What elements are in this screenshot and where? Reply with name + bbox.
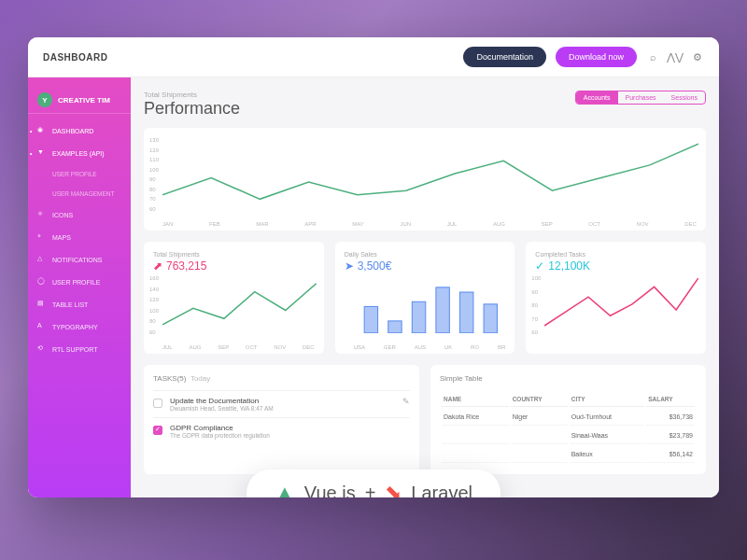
check-icon: ✓ — [535, 259, 544, 273]
trend-up-icon: ⬈ — [153, 259, 162, 273]
table-title: Simple Table — [440, 374, 697, 383]
sales-bars-icon — [354, 275, 508, 333]
svg-rect-0 — [364, 306, 377, 332]
task-title: Update the Documentation — [170, 397, 395, 405]
task-checkbox[interactable] — [153, 426, 162, 435]
sidebar-item-typography[interactable]: ATYPOGRAPHY — [28, 315, 131, 338]
documentation-button[interactable]: Documentation — [463, 47, 546, 67]
task-subtitle: The GDPR data protection regulation — [170, 432, 410, 439]
sidebar-item-table-list[interactable]: ▤TABLE LIST — [28, 293, 131, 315]
chart-title: Performance — [144, 99, 575, 119]
atom-icon: ⚛ — [37, 210, 47, 219]
svg-rect-1 — [388, 321, 401, 333]
tab-sessions[interactable]: Sessions — [664, 91, 705, 104]
shipments-value: 763,215 — [166, 259, 206, 273]
tasks-title: TASKS(5) — [153, 374, 186, 383]
shipments-card: Total Shipments ⬈763,215 160140120100806… — [144, 242, 324, 354]
page-title: DASHBOARD — [43, 52, 108, 63]
typography-icon: A — [37, 322, 47, 331]
download-button[interactable]: Download now — [556, 47, 637, 67]
sales-card: Daily Sales ➤3,500€ USAGERAUSUKROBR — [335, 242, 515, 354]
vue-logo-icon: ▲ — [275, 481, 295, 497]
user-icon: ◯ — [37, 277, 47, 287]
svg-rect-4 — [459, 292, 472, 333]
examples-icon: ▼ — [37, 148, 47, 158]
sidebar-item-user-profile[interactable]: ◯USER PROFILE — [28, 271, 131, 293]
activity-icon[interactable]: ⋀⋁ — [669, 50, 682, 63]
main-content: Total Shipments Performance Accounts Pur… — [131, 77, 719, 497]
settings-icon[interactable]: ⚙ — [691, 50, 704, 63]
laravel-label: Laravel — [411, 483, 472, 498]
sidebar: Y CREATIVE TIM ◉DASHBOARD ▼EXAMPLES (API… — [28, 77, 131, 497]
plus-label: + — [365, 483, 376, 498]
chart-subtitle: Total Shipments — [144, 91, 575, 99]
rtl-icon: ⟲ — [37, 344, 47, 354]
brand-logo-icon: Y — [37, 92, 52, 107]
topbar: DASHBOARD Documentation Download now ⌕ ⋀… — [28, 37, 719, 77]
tasks-line-icon — [544, 275, 698, 333]
bell-icon: △ — [37, 255, 47, 264]
sidebar-item-maps[interactable]: ⌖MAPS — [28, 226, 131, 248]
performance-chart: 13012011010090807060 JANFEBMARAPRMAYJUNJ… — [144, 128, 706, 231]
brand[interactable]: Y CREATIVE TIM — [28, 87, 131, 114]
sales-value: 3,500€ — [358, 259, 392, 273]
tasks-subtitle: Today — [190, 374, 210, 383]
pin-icon: ⌖ — [37, 232, 47, 242]
dashboard-icon: ◉ — [37, 126, 47, 135]
performance-line-icon — [162, 135, 698, 212]
sales-label: Daily Sales — [345, 251, 506, 258]
svg-rect-3 — [436, 287, 449, 333]
sidebar-item-rtl[interactable]: ⟲RTL SUPPORT — [28, 338, 131, 360]
simple-table: NAMECOUNTRYCITYSALARY Dakota RiceNigerOu… — [440, 390, 697, 465]
sidebar-item-dashboard[interactable]: ◉DASHBOARD — [28, 119, 131, 142]
sidebar-item-examples[interactable]: ▼EXAMPLES (API) — [28, 142, 131, 164]
send-icon: ➤ — [345, 259, 354, 273]
sidebar-item-user-management[interactable]: USER MANAGEMENT — [28, 184, 131, 203]
table-row[interactable]: Sinaai-Waas$23,789 — [442, 427, 695, 444]
tech-badge: ▲ Vue.js + ⬊ Laravel — [247, 469, 500, 497]
brand-label: CREATIVE TIM — [58, 96, 110, 105]
chart-tabs: Accounts Purchases Sessions — [575, 91, 706, 105]
sidebar-item-user-profile-sub[interactable]: USER PROFILE — [28, 164, 131, 184]
sidebar-item-icons[interactable]: ⚛ICONS — [28, 203, 131, 226]
table-icon: ▤ — [37, 300, 47, 309]
task-checkbox[interactable] — [153, 399, 162, 408]
app-window: DASHBOARD Documentation Download now ⌕ ⋀… — [28, 37, 719, 497]
tasks-card: Completed Tasks ✓12,100K 10090807060 — [526, 242, 706, 354]
tasks-chart-value: 12,100K — [548, 259, 590, 273]
table-row[interactable]: Dakota RiceNigerOud-Turnhout$36,738 — [442, 409, 695, 426]
task-title: GDPR Compliance — [170, 424, 410, 432]
svg-rect-5 — [484, 304, 497, 333]
task-subtitle: Dwuamish Head, Seattle, WA 8:47 AM — [170, 405, 395, 412]
table-panel: Simple Table NAMECOUNTRYCITYSALARY Dakot… — [430, 365, 706, 474]
tasks-chart-label: Completed Tasks — [535, 251, 697, 258]
task-row: Update the Documentation Dwuamish Head, … — [153, 390, 410, 417]
task-row: GDPR Compliance The GDPR data protection… — [153, 417, 410, 444]
edit-icon[interactable]: ✎ — [402, 397, 410, 406]
vue-label: Vue.js — [304, 483, 356, 498]
table-row[interactable]: Baileux$56,142 — [442, 446, 695, 463]
shipments-label: Total Shipments — [153, 251, 315, 258]
laravel-logo-icon: ⬊ — [385, 481, 402, 497]
tasks-panel: TASKS(5) Today Update the Documentation … — [144, 365, 419, 474]
sidebar-item-notifications[interactable]: △NOTIFICATIONS — [28, 248, 131, 271]
svg-rect-2 — [412, 301, 425, 332]
search-icon[interactable]: ⌕ — [646, 50, 659, 63]
tab-accounts[interactable]: Accounts — [576, 91, 618, 104]
shipments-line-icon — [162, 275, 317, 333]
tab-purchases[interactable]: Purchases — [618, 91, 664, 104]
